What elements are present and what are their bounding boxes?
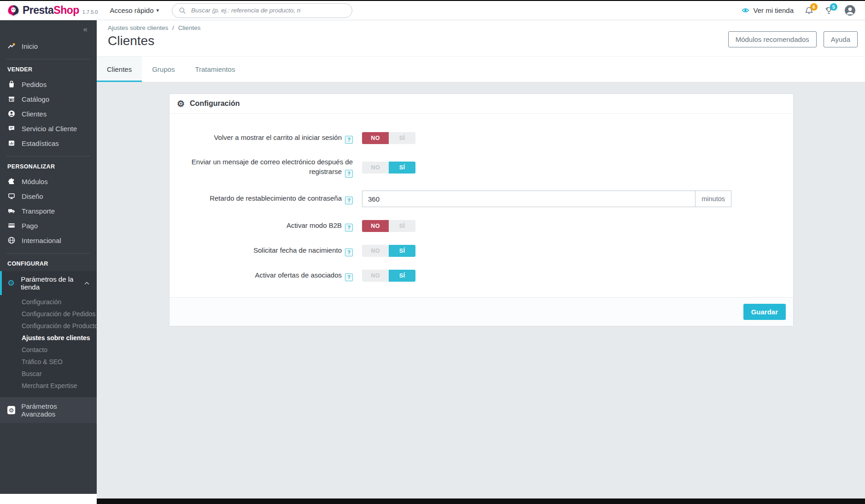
help-icon[interactable]: ? xyxy=(345,249,353,256)
notifications-count-badge: 6 xyxy=(810,3,818,11)
recommended-modules-button[interactable]: Módulos recomendados xyxy=(728,31,817,47)
content-area: ⚙ Configuración Volver a mostrar el carr… xyxy=(97,82,865,504)
prestashop-logo-icon xyxy=(7,5,19,17)
sidebar-item-label: Internacional xyxy=(22,237,61,244)
help-icon[interactable]: ? xyxy=(345,224,353,232)
submenu-item-configuracion-de-productos[interactable]: Configuración de Productos xyxy=(0,320,97,332)
sidebar-item-internacional[interactable]: Internacional xyxy=(0,233,97,248)
breadcrumb-current: Clientes xyxy=(178,24,201,31)
toggle-no-option[interactable]: NO xyxy=(362,220,389,232)
setting-label: Solicitar fecha de nacimiento? xyxy=(183,245,353,256)
help-button[interactable]: Ayuda xyxy=(824,31,858,47)
sidebar-item-inicio[interactable]: Inicio xyxy=(0,39,97,53)
setting-row-b2b-mode: Activar modo B2B? NO SÍ xyxy=(183,220,779,232)
gear-square-icon: ⚙ xyxy=(7,406,15,414)
view-shop-link[interactable]: Ver mi tienda xyxy=(742,6,794,14)
toggle-yes-option[interactable]: SÍ xyxy=(389,245,415,257)
tab-tratamientos[interactable]: Tratamientos xyxy=(185,57,245,82)
sidebar-item-label: Parámetros de la tienda xyxy=(21,275,78,291)
sidebar-item-clientes[interactable]: Clientes xyxy=(0,106,97,121)
submenu-item-ajustes-sobre-clientes[interactable]: Ajustes sobre clientes xyxy=(0,332,97,344)
customer-icon xyxy=(7,110,16,118)
submenu-item-configuracion[interactable]: Configuración xyxy=(0,296,97,308)
toggle-no-option[interactable]: NO xyxy=(362,270,389,282)
help-icon[interactable]: ? xyxy=(345,136,353,144)
submenu-item-merchant-expertise[interactable]: Merchant Expertise xyxy=(0,380,97,392)
help-icon[interactable]: ? xyxy=(345,273,353,281)
search-input[interactable] xyxy=(190,6,345,14)
toggle-partner-offers: NO SÍ xyxy=(362,270,415,282)
sidebar: « Inicio VENDER Pedidos Catálogo Cliente… xyxy=(0,20,97,494)
toggle-b2b-mode: NO SÍ xyxy=(362,220,415,232)
search-bar[interactable] xyxy=(172,3,352,18)
toggle-yes-option[interactable]: SÍ xyxy=(389,132,415,144)
toggle-yes-option[interactable]: SÍ xyxy=(389,220,415,232)
toggle-yes-option[interactable]: SÍ xyxy=(389,270,415,282)
sidebar-item-label: Pedidos xyxy=(22,81,47,88)
tab-grupos[interactable]: Grupos xyxy=(142,57,185,82)
prestashop-logo[interactable]: PrestaShop 1.7.5.0 xyxy=(7,4,98,17)
toggle-no-option[interactable]: NO xyxy=(362,245,389,257)
toggle-no-option[interactable]: NO xyxy=(362,132,389,144)
eye-icon xyxy=(742,7,749,14)
sidebar-item-label: Parámetros Avanzados xyxy=(21,402,89,418)
save-button[interactable]: Guardar xyxy=(743,304,786,320)
panel-body: Volver a mostrar el carrito al iniciar s… xyxy=(169,114,793,297)
quick-access-label: Acceso rápido xyxy=(110,6,153,14)
minutes-unit-addon: minutos xyxy=(696,191,731,207)
sidebar-item-label: Diseño xyxy=(22,192,43,200)
sidebar-item-pedidos[interactable]: Pedidos xyxy=(0,77,97,92)
quick-access-dropdown[interactable]: Acceso rápido ▾ xyxy=(110,6,159,14)
toggle-yes-option[interactable]: SÍ xyxy=(389,162,415,174)
sidebar-item-transporte[interactable]: Transporte xyxy=(0,203,97,218)
setting-row-ask-birthdate: Solicitar fecha de nacimiento? NO SÍ xyxy=(183,245,779,257)
sidebar-item-pago[interactable]: Pago xyxy=(0,218,97,233)
submenu-item-contacto[interactable]: Contacto xyxy=(0,344,97,356)
gear-icon: ⚙ xyxy=(177,99,185,108)
help-icon[interactable]: ? xyxy=(345,170,353,178)
sidebar-item-diseno[interactable]: Diseño xyxy=(0,189,97,203)
toggle-no-option[interactable]: NO xyxy=(362,162,389,174)
setting-row-send-registration-email: Enviar un mensaje de correo electrónico … xyxy=(183,157,779,178)
gear-icon: ⚙ xyxy=(7,279,15,287)
help-icon[interactable]: ? xyxy=(345,197,353,204)
sidebar-item-parametros-de-la-tienda[interactable]: ⚙ Parámetros de la tienda xyxy=(0,271,97,295)
account-menu-button[interactable] xyxy=(844,5,856,16)
notifications-button[interactable]: 6 xyxy=(805,6,813,15)
screen-top-edge xyxy=(0,0,865,1)
sidebar-collapse-button[interactable]: « xyxy=(0,20,97,35)
version-label: 1.7.5.0 xyxy=(82,9,98,15)
shopping-bag-icon xyxy=(7,80,16,88)
tab-clientes[interactable]: Clientes xyxy=(97,57,142,82)
bar-chart-icon xyxy=(7,139,16,147)
sidebar-section-configurar: CONFIGURAR xyxy=(0,254,97,271)
sidebar-item-catalogo[interactable]: Catálogo xyxy=(0,92,97,106)
sidebar-item-label: Clientes xyxy=(22,110,47,118)
panel-footer: Guardar xyxy=(169,297,793,326)
puzzle-icon xyxy=(7,177,16,185)
achievements-count-badge: 5 xyxy=(830,3,837,11)
sidebar-item-servicio-al-cliente[interactable]: Servicio al Cliente xyxy=(0,121,97,136)
setting-row-redisplay-cart: Volver a mostrar el carrito al iniciar s… xyxy=(183,132,779,144)
chevron-up-icon xyxy=(84,282,89,285)
breadcrumb-parent[interactable]: Ajustes sobre clientes xyxy=(108,24,168,31)
sidebar-item-modulos[interactable]: Módulos xyxy=(0,174,97,189)
main-area: Ajustes sobre clientes / Clientes Client… xyxy=(97,20,865,504)
submenu-item-configuracion-de-pedidos[interactable]: Configuración de Pedidos xyxy=(0,308,97,320)
password-reset-delay-input[interactable] xyxy=(362,191,696,207)
setting-label: Activar modo B2B? xyxy=(183,220,353,232)
toggle-ask-birthdate: NO SÍ xyxy=(362,245,415,257)
sidebar-item-parametros-avanzados[interactable]: ⚙ Parámetros Avanzados xyxy=(0,397,97,423)
achievements-button[interactable]: 5 xyxy=(824,6,833,15)
breadcrumb: Ajustes sobre clientes / Clientes xyxy=(108,20,865,31)
setting-label: Activar ofertas de asociados? xyxy=(183,270,353,281)
view-shop-label: Ver mi tienda xyxy=(753,6,794,14)
submenu-item-buscar[interactable]: Buscar xyxy=(0,368,97,380)
panel-header: ⚙ Configuración xyxy=(169,94,793,114)
tab-bar: Clientes Grupos Tratamientos xyxy=(97,56,865,82)
submenu-item-trafico-seo[interactable]: Tráfico & SEO xyxy=(0,356,97,368)
sidebar-section-vender: VENDER xyxy=(0,59,97,77)
sidebar-item-estadisticas[interactable]: Estadísticas xyxy=(0,136,97,151)
bottom-taskbar-strip xyxy=(97,498,865,504)
caret-down-icon: ▾ xyxy=(157,7,159,13)
